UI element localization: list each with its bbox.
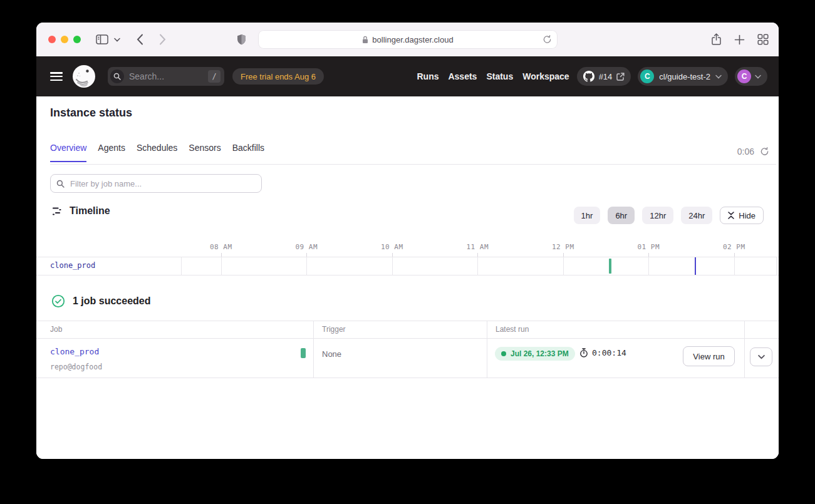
column-header-job: Job — [50, 325, 62, 334]
back-button-icon[interactable] — [137, 23, 143, 56]
deployment-avatar: C — [640, 69, 654, 83]
deployment-name: cl/guide-test-2 — [659, 72, 710, 81]
run-summary: 1 job succeeded — [51, 294, 151, 308]
github-pr-number: #14 — [599, 72, 613, 81]
job-location: repo@dogfood — [50, 363, 102, 371]
axis-label: 11 AM — [466, 243, 489, 251]
user-avatar: C — [737, 69, 751, 83]
column-header-latest-run: Latest run — [496, 325, 529, 334]
timeline-row-label[interactable]: clone_prod — [50, 261, 95, 270]
chevron-down-icon — [758, 354, 765, 359]
divider — [36, 378, 779, 378]
forward-button-icon[interactable] — [159, 23, 166, 56]
lock-icon — [362, 36, 368, 44]
privacy-shield-icon[interactable] — [237, 23, 246, 56]
refresh-countdown: 0:06 — [737, 147, 754, 157]
divider — [776, 257, 777, 275]
run-summary-text: 1 job succeeded — [73, 296, 151, 307]
divider — [744, 321, 745, 378]
success-dot-icon — [501, 351, 506, 356]
external-link-icon — [616, 73, 625, 81]
divider — [36, 338, 779, 339]
chevron-down-icon — [755, 75, 761, 79]
tab-sensors[interactable]: Sensors — [189, 143, 221, 162]
job-status-bar[interactable] — [301, 348, 306, 358]
reload-icon[interactable] — [542, 34, 552, 47]
nav-item-assets[interactable]: Assets — [448, 71, 477, 81]
page-content: Instance status OverviewAgentsSchedulesS… — [36, 96, 779, 459]
view-run-button[interactable]: View run — [683, 346, 735, 366]
gridline — [477, 257, 478, 275]
search-shortcut-key: / — [208, 70, 221, 83]
hide-timeline-button[interactable]: Hide — [720, 207, 764, 224]
divider — [36, 275, 779, 275]
collapse-icon — [728, 212, 734, 219]
close-button[interactable] — [48, 36, 56, 43]
traffic-lights — [48, 36, 81, 43]
menu-icon[interactable] — [50, 72, 63, 81]
timeline-icon — [52, 206, 63, 217]
refresh-icon[interactable] — [760, 147, 769, 157]
gridline — [392, 257, 393, 275]
run-duration-value: 0:00:14 — [592, 348, 626, 357]
global-search[interactable]: Search... / — [108, 67, 224, 86]
gridline — [306, 257, 307, 275]
row-menu-button[interactable] — [750, 347, 772, 366]
search-placeholder: Search... — [129, 71, 208, 81]
gridline — [734, 257, 735, 275]
range-button-1hr[interactable]: 1hr — [574, 207, 601, 224]
tab-agents[interactable]: Agents — [98, 143, 125, 162]
refresh-status: 0:06 — [737, 147, 769, 157]
browser-window: bollinger.dagster.cloud — [36, 23, 779, 459]
range-selector: 1hr6hr12hr24hrHide — [574, 207, 764, 224]
tab-schedules[interactable]: Schedules — [137, 143, 177, 162]
deployment-switcher[interactable]: C cl/guide-test-2 — [638, 67, 728, 86]
dagster-logo[interactable] — [72, 64, 96, 88]
latest-run-badge[interactable]: Jul 26, 12:33 PM — [495, 347, 575, 361]
timeline-run-marker[interactable] — [609, 259, 611, 274]
nav-item-workspace[interactable]: Workspace — [522, 71, 569, 81]
url-text: bollinger.dagster.cloud — [372, 35, 453, 44]
tab-backfills[interactable]: Backfills — [232, 143, 264, 162]
axis-label: 01 PM — [637, 243, 660, 251]
timeline-header: Timeline — [52, 205, 110, 217]
axis-label: 10 AM — [381, 243, 403, 251]
run-duration: 0:00:14 — [579, 348, 626, 357]
nav-item-status[interactable]: Status — [486, 71, 513, 81]
github-pr-link[interactable]: #14 — [577, 67, 631, 86]
range-button-24hr[interactable]: 24hr — [681, 207, 712, 224]
top-nav: RunsAssetsStatusWorkspace — [417, 71, 569, 81]
range-button-6hr[interactable]: 6hr — [608, 207, 635, 224]
share-icon[interactable] — [711, 23, 722, 56]
axis-label: 08 AM — [210, 243, 232, 251]
divider — [313, 321, 314, 378]
gridline — [221, 257, 222, 275]
job-filter — [50, 174, 262, 193]
nav-item-runs[interactable]: Runs — [417, 71, 439, 81]
job-link[interactable]: clone_prod — [50, 347, 99, 356]
page-title: Instance status — [50, 106, 132, 120]
divider — [50, 164, 776, 165]
sidebar-icon[interactable] — [96, 23, 108, 56]
timer-icon — [579, 348, 588, 357]
axis-label: 09 AM — [295, 243, 318, 251]
divider — [36, 257, 779, 257]
chevron-down-icon — [715, 75, 722, 79]
tab-overview-icon[interactable] — [757, 23, 769, 56]
gridline — [563, 257, 564, 275]
address-bar[interactable]: bollinger.dagster.cloud — [258, 30, 558, 49]
trial-badge[interactable]: Free trial ends Aug 6 — [232, 68, 324, 85]
fullscreen-button[interactable] — [73, 36, 81, 43]
axis-label: 02 PM — [723, 243, 745, 251]
app-header: Search... / Free trial ends Aug 6 RunsAs… — [36, 56, 779, 96]
latest-run-time: Jul 26, 12:33 PM — [511, 349, 569, 358]
minimize-button[interactable] — [61, 36, 68, 43]
job-filter-input[interactable] — [69, 178, 261, 189]
timeline-title: Timeline — [70, 205, 110, 217]
user-menu[interactable]: C — [735, 67, 767, 86]
new-tab-icon[interactable] — [734, 23, 745, 56]
sidebar-chevron-icon[interactable] — [114, 23, 120, 56]
tab-overview[interactable]: Overview — [50, 143, 86, 162]
range-button-12hr[interactable]: 12hr — [642, 207, 673, 224]
axis-label: 12 PM — [552, 243, 574, 251]
